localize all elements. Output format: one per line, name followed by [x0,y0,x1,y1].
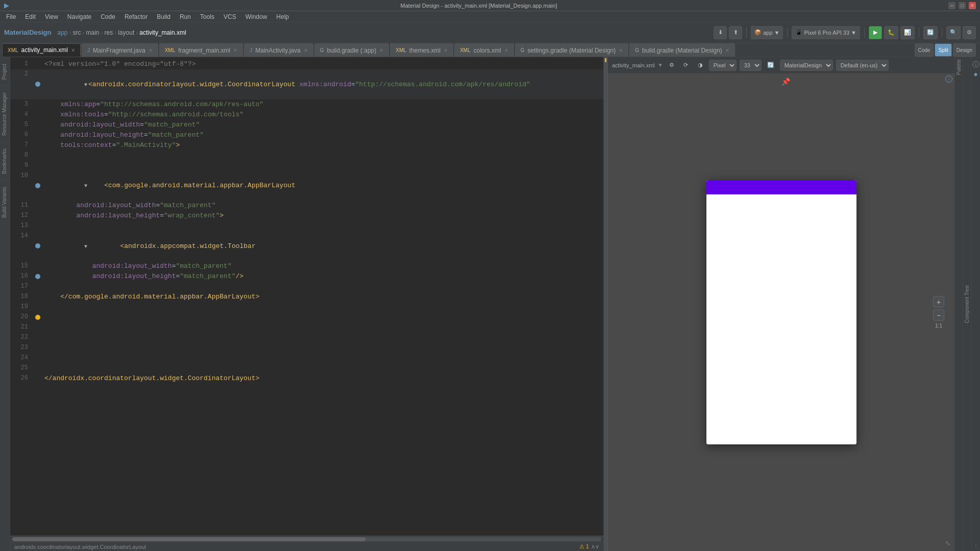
sidebar-tab-bookmarks[interactable]: Bookmarks [0,142,10,180]
menu-window[interactable]: Window [241,12,272,21]
code-line-9: 9 [10,161,603,171]
menu-build[interactable]: Build [153,12,175,21]
tab-close-button-8[interactable]: ✕ [619,47,623,53]
far-right-extra-btn[interactable]: ● [972,70,979,78]
split-view-button[interactable]: Split [935,43,951,57]
preview-canvas: 📌 + − 1:1 i ⤡ [608,73,954,551]
toolbar-separator-2 [787,28,788,38]
preview-ui-mode-btn[interactable]: ◑ [695,60,706,71]
title-bar: ▶ Material Design - activity_main.xml [M… [0,0,980,11]
tab-close-button-5[interactable]: ✕ [379,47,383,53]
theme-select[interactable]: MaterialDesign [780,60,833,71]
code-line-15: 15 android:layout_width="match_parent" [10,261,603,271]
breadcrumb-src[interactable]: src [73,29,81,36]
menu-run[interactable]: Run [176,12,195,21]
far-right-info-btn[interactable]: ⓘ [972,61,979,68]
nav-arrows[interactable]: ∧∨ [591,543,599,550]
locale-select[interactable]: Default (en-us) [836,60,889,71]
tab-close-button-3[interactable]: ✕ [233,47,237,53]
fold-arrow[interactable]: ▼ [84,82,87,88]
device-selector[interactable]: 📱 Pixel 6 Pro API 33 ▼ [792,26,860,39]
close-button[interactable]: ✕ [969,2,976,9]
tab-colors[interactable]: XML colors.xml ✕ [454,43,514,57]
preview-orient-btn[interactable]: ⟳ [680,60,692,71]
preview-config-btn[interactable]: ⚙ [666,60,677,71]
profile-button[interactable]: 📊 [900,26,915,39]
git-update-button[interactable]: ⬇ [714,26,727,39]
profile-icon: 📊 [904,29,911,36]
code-editor[interactable]: 1 <?xml version="1.0" encoding="utf-8"?>… [10,57,603,536]
menu-help[interactable]: Help [272,12,293,21]
tab-settings-gradle[interactable]: G settings.gradle (Material Design) ✕ [515,43,629,57]
hscroll-thumb[interactable] [12,537,365,541]
sync-button[interactable]: 🔄 [923,26,938,39]
palette-label: Palette [956,59,962,75]
tab-close-button-4[interactable]: ✕ [304,47,308,53]
git-push-button[interactable]: ⬆ [729,26,742,39]
code-view-button[interactable]: Code [915,43,934,57]
menu-edit[interactable]: Edit [21,12,40,21]
tab-close-button-2[interactable]: ✕ [149,47,153,53]
menu-refactor[interactable]: Refactor [120,12,152,21]
tab-label-5: build.gradle (:app) [327,47,377,54]
api-select[interactable]: 33 [740,60,762,71]
dropdown-arrow-preview[interactable]: ▼ [658,62,663,68]
sync-icon: 🔄 [927,29,934,36]
minimize-button[interactable]: ─ [948,2,955,9]
far-right-bottom-btn[interactable]: ⋮ [972,542,979,549]
tab-close-button[interactable]: ✕ [71,47,75,53]
sidebar-tab-resource-manager[interactable]: Resource Manager [0,86,10,142]
tab-label: activity_main.xml [21,46,68,54]
tab-icon-gradle2: G [521,47,525,53]
tab-icon-gradle3: G [635,47,639,53]
menu-navigate[interactable]: Navigate [63,12,95,21]
sidebar-tab-build-variants[interactable]: Build Variants [0,180,10,224]
module-selector[interactable]: 📦 app ▼ [751,26,783,39]
toolbar-separator-4 [919,28,919,38]
preview-info-icon[interactable]: i [945,76,952,83]
code-line-14: 14 ▼ <androidx.appcompat.widget.Toolbar [10,231,603,261]
menu-vcs[interactable]: VCS [219,12,240,21]
breadcrumb-main[interactable]: main [86,29,100,36]
breadcrumb-file[interactable]: activity_main.xml [139,29,186,36]
code-line-21: 21 [10,322,603,333]
tab-mainactivity[interactable]: J MainActivity.java ✕ [244,43,313,57]
tab-build-gradle-app[interactable]: G build.gradle (:app) ✕ [314,43,389,57]
breakpoint-indicator [35,82,40,87]
breadcrumb-app[interactable]: app [57,29,67,36]
sidebar-tab-project[interactable]: Project [0,57,10,86]
zoom-in-button[interactable]: + [933,296,944,308]
tab-label-8: settings.gradle (Material Design) [528,47,616,54]
warning-mark [605,58,606,62]
breadcrumb-layout[interactable]: layout [118,29,134,36]
tab-activity-main[interactable]: XML activity_main.xml ✕ [2,43,81,57]
component-tree-tab[interactable]: Component Tree [963,57,971,551]
design-view-button[interactable]: Design [953,43,976,57]
palette-tab[interactable]: Palette [954,57,963,551]
debug-button[interactable]: 🐛 [884,26,898,39]
dropdown-arrow: ▼ [774,30,780,36]
tab-mainfragment[interactable]: J MainFragment.java ✕ [82,43,158,57]
tab-fragment-main[interactable]: XML fragment_main.xml ✕ [159,43,243,57]
tab-close-button-6[interactable]: ✕ [444,47,448,53]
menu-tools[interactable]: Tools [196,12,218,21]
editor-horizontal-scrollbar[interactable] [10,536,603,542]
run-button[interactable]: ▶ [869,26,882,39]
refresh-btn[interactable]: 🔄 [765,60,777,71]
tab-build-gradle-material[interactable]: G build.gradle (Material Design) ✕ [629,43,735,57]
maximize-button[interactable]: □ [959,2,966,9]
menu-view[interactable]: View [41,12,62,21]
tab-themes[interactable]: XML themes.xml ✕ [390,43,453,57]
warning-indicator-20 [35,315,40,320]
hscroll-track[interactable] [12,537,601,541]
device-select[interactable]: Pixel [709,60,737,71]
breadcrumb-res[interactable]: res [105,29,113,36]
zoom-out-button[interactable]: − [933,310,944,321]
menu-file[interactable]: File [2,12,20,21]
code-line-6: 6 android:layout_height="match_parent" [10,130,603,140]
search-everywhere-button[interactable]: 🔍 [946,26,961,39]
settings-button[interactable]: ⚙ [963,26,976,39]
tab-close-button-7[interactable]: ✕ [504,47,508,53]
tab-close-button-9[interactable]: ✕ [725,47,729,53]
menu-code[interactable]: Code [96,12,119,21]
